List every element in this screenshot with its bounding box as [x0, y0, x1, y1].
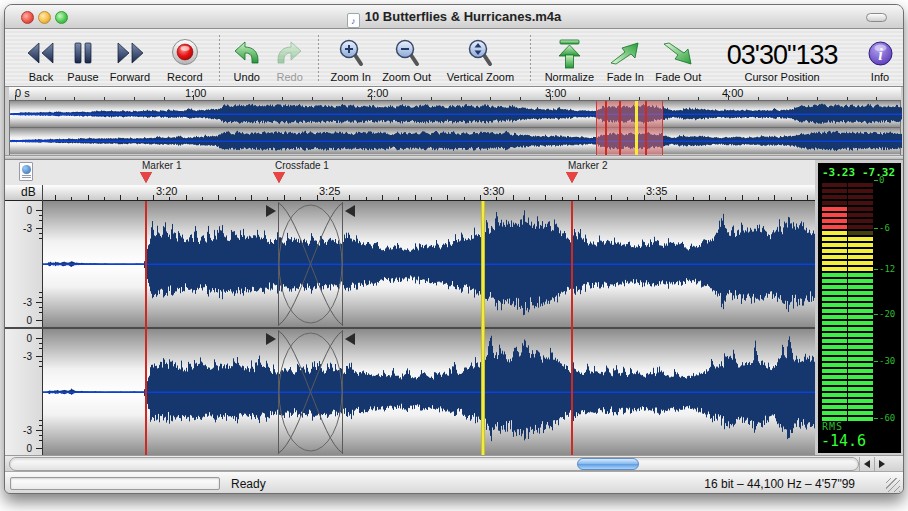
- toolbar-separator: [219, 35, 220, 81]
- redo-button[interactable]: Redo: [268, 33, 312, 83]
- db-scale-label: 0: [26, 333, 32, 344]
- crossfade-region[interactable]: [265, 201, 356, 327]
- ruler-tick: [104, 197, 105, 200]
- crossfade-left-handle-icon[interactable]: [266, 333, 276, 345]
- record-button[interactable]: Record: [157, 33, 213, 83]
- ruler-tick: [186, 195, 187, 200]
- info-icon: i: [867, 36, 894, 70]
- zoom-out-button[interactable]: Zoom Out: [377, 33, 437, 83]
- ruler-tick: [267, 197, 268, 200]
- pause-button[interactable]: Pause: [63, 33, 103, 83]
- meter-led-segment: [822, 201, 847, 205]
- ruler-tick: [876, 97, 877, 100]
- meter-led-segment: [822, 213, 847, 217]
- meter-led-segment: [848, 321, 873, 325]
- channel-separator: [5, 327, 815, 329]
- document-proxy-icon[interactable]: [19, 162, 33, 181]
- overview-cursor-line: [635, 101, 638, 155]
- editor-time-ruler[interactable]: dB 3:203:253:303:35: [5, 185, 815, 201]
- ruler-tick: [609, 97, 610, 100]
- overview-time-label: 2:00: [367, 87, 388, 99]
- fade-out-button[interactable]: Fade Out: [649, 33, 707, 83]
- meter-led-segment: [822, 339, 847, 343]
- meter-led-segment: [822, 189, 847, 193]
- meter-led-segment: [822, 345, 847, 349]
- ruler-tick: [415, 195, 416, 200]
- horizontal-scrollbar: [5, 455, 903, 471]
- fade-in-icon: [610, 36, 640, 70]
- ruler-tick: [218, 195, 219, 200]
- db-scale-label: 0: [26, 205, 32, 216]
- meter-led-segment: [822, 369, 847, 373]
- ruler-tick: [496, 197, 497, 200]
- scrollbar-thumb[interactable]: [577, 458, 639, 470]
- ruler-tick: [578, 195, 579, 200]
- vertical-zoom-icon: [467, 36, 493, 70]
- back-button[interactable]: Back: [19, 33, 63, 83]
- ruler-tick: [193, 95, 194, 100]
- ruler-tick: [447, 195, 448, 200]
- normalize-button[interactable]: Normalize: [537, 33, 601, 83]
- meter-led-segment: [848, 333, 873, 337]
- marker-triangle-icon[interactable]: [273, 172, 285, 183]
- crossfade-region[interactable]: [265, 329, 356, 455]
- zoom-in-button[interactable]: Zoom In: [325, 33, 377, 83]
- meter-led-segment: [848, 345, 873, 349]
- editor-time-label: 3:25: [319, 185, 340, 197]
- crossfade-right-handle-icon[interactable]: [345, 205, 355, 217]
- overview-waveform[interactable]: [9, 101, 901, 155]
- crossfade-left-handle-icon[interactable]: [266, 205, 276, 217]
- playback-cursor-line[interactable]: [481, 201, 485, 455]
- meter-led-segment: [822, 237, 847, 241]
- ruler-tick: [728, 95, 729, 100]
- db-scale-tick: [39, 361, 42, 362]
- db-scale-label: 0: [26, 315, 32, 326]
- ruler-tick: [312, 97, 313, 100]
- title-bar[interactable]: ♪10 Butterflies & Hurricanes.m4a: [5, 5, 903, 29]
- toolbar-toggle-pill[interactable]: [866, 13, 887, 22]
- marker-triangle-icon[interactable]: [140, 172, 152, 183]
- ruler-tick: [595, 197, 596, 200]
- vertical-zoom-button[interactable]: Vertical Zoom: [437, 33, 525, 83]
- meter-led-segment: [822, 399, 847, 403]
- scroll-right-button[interactable]: [874, 457, 889, 471]
- undo-button[interactable]: Undo: [226, 33, 268, 83]
- meter-led-segment: [822, 195, 847, 199]
- ruler-tick: [284, 195, 285, 200]
- meter-led-segment: [848, 351, 873, 355]
- meter-led-segment: [822, 375, 847, 379]
- ruler-tick: [317, 195, 318, 200]
- meter-led-segment: [848, 213, 873, 217]
- rewind-icon: [27, 36, 55, 70]
- meter-led-segment: [848, 225, 873, 229]
- db-scale-tick: [39, 220, 42, 221]
- waveform-area[interactable]: [43, 201, 815, 455]
- meter-led-segment: [848, 189, 873, 193]
- toolbar: Back Pause Forward Record Undo Redo: [5, 29, 903, 87]
- resize-grip[interactable]: [886, 478, 900, 492]
- forward-button[interactable]: Forward: [103, 33, 157, 83]
- ruler-tick: [15, 95, 16, 100]
- scroll-left-button[interactable]: [859, 457, 874, 471]
- meter-led-segment: [848, 291, 873, 295]
- info-button[interactable]: i Info: [857, 33, 903, 83]
- fade-in-button[interactable]: Fade In: [601, 33, 649, 83]
- marker-strip[interactable]: Marker 1Crossfade 1Marker 2: [5, 160, 815, 185]
- meter-led-segment: [848, 327, 873, 331]
- ruler-tick: [791, 197, 792, 200]
- meter-scale-label: -60: [879, 413, 895, 423]
- meter-led-segment: [822, 405, 847, 409]
- editor-time-label: 3:35: [646, 185, 667, 197]
- crossfade-right-handle-icon[interactable]: [345, 333, 355, 345]
- meter-led-segment: [822, 267, 847, 271]
- scrollbar-track[interactable]: [9, 457, 859, 471]
- marker-triangle-icon[interactable]: [566, 172, 578, 183]
- record-icon: [170, 36, 200, 70]
- ruler-tick: [698, 97, 699, 100]
- ruler-tick: [513, 195, 514, 200]
- db-scale-tick: [39, 292, 42, 293]
- overview-timeline-ruler[interactable]: 0 s1:002:003:004:00: [9, 87, 901, 101]
- meter-led-segment: [848, 357, 873, 361]
- ruler-tick: [490, 97, 491, 100]
- fade-out-icon: [663, 36, 693, 70]
